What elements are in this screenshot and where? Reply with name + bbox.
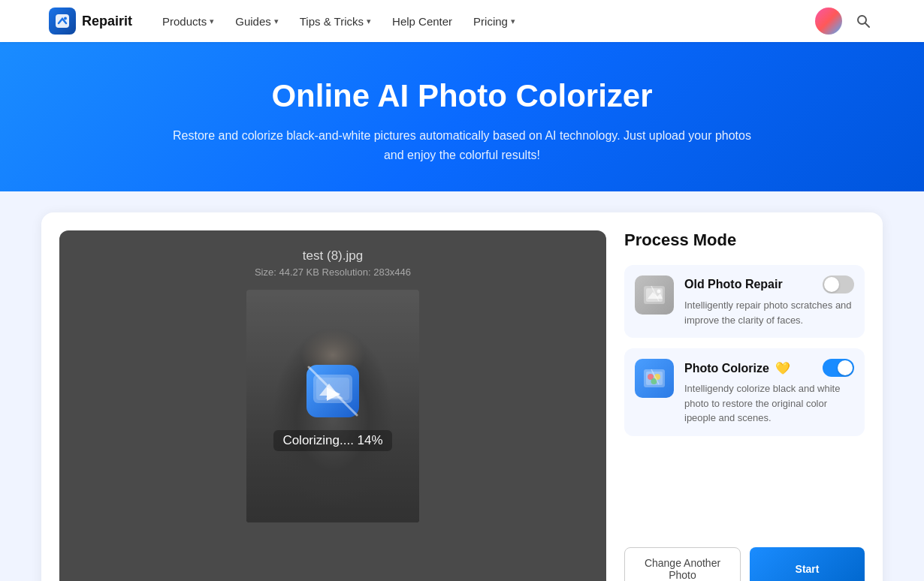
hero-title: Online AI Photo Colorizer [15, 78, 909, 114]
old-photo-repair-icon-box [635, 275, 674, 315]
processing-label: Colorizing.... 14% [273, 430, 391, 451]
avatar[interactable] [815, 8, 842, 35]
photo-colorize-badge: 💛 [775, 362, 790, 375]
button-row: Change Another Photo Start [624, 529, 865, 581]
svg-point-1 [64, 17, 67, 20]
search-icon[interactable] [851, 9, 875, 33]
mode-photo-colorize: Photo Colorize 💛 Intelligendy colorize b… [624, 348, 865, 436]
nav-guides[interactable]: Guides ▾ [226, 11, 288, 32]
photo-colorize-info: Photo Colorize 💛 Intelligendy colorize b… [684, 359, 854, 426]
chevron-down-icon: ▾ [210, 17, 214, 26]
mode-old-photo-repair: Old Photo Repair Intelligently repair ph… [624, 265, 865, 338]
tool-card: test (8).jpg Size: 44.27 KB Resolution: … [41, 212, 883, 581]
old-photo-repair-toggle[interactable] [823, 275, 854, 294]
toggle-knob [838, 360, 853, 375]
nav-pricing[interactable]: Pricing ▾ [464, 11, 524, 32]
old-photo-repair-header: Old Photo Repair [684, 275, 854, 294]
right-panel: Process Mode Old Photo Repair [624, 230, 865, 581]
file-title: test (8).jpg [303, 248, 363, 263]
chevron-down-icon: ▾ [367, 17, 371, 26]
svg-point-10 [657, 290, 661, 294]
photo-colorize-header: Photo Colorize 💛 [684, 359, 854, 377]
nav-products[interactable]: Products ▾ [153, 11, 223, 32]
nav-help-center[interactable]: Help Center [383, 11, 461, 32]
image-panel: test (8).jpg Size: 44.27 KB Resolution: … [59, 230, 606, 581]
nav-tips-tricks[interactable]: Tips & Tricks ▾ [291, 11, 380, 32]
photo-colorize-desc: Intelligendy colorize black and white ph… [684, 381, 854, 426]
main-content: test (8).jpg Size: 44.27 KB Resolution: … [26, 191, 898, 581]
logo-link[interactable]: Repairit [49, 8, 132, 35]
hero-description: Restore and colorize black-and-white pic… [169, 126, 755, 164]
change-another-photo-button[interactable]: Change Another Photo [624, 547, 741, 581]
photo-colorize-name: Photo Colorize [684, 362, 769, 375]
old-photo-repair-info: Old Photo Repair Intelligently repair ph… [684, 275, 854, 327]
photo-container: Colorizing.... 14% [246, 290, 419, 522]
photo-colorize-toggle[interactable] [823, 359, 854, 377]
nav-right [815, 8, 875, 35]
old-photo-repair-desc: Intelligently repair photo scratches and… [684, 298, 854, 327]
chevron-down-icon: ▾ [274, 17, 279, 26]
logo-icon [49, 8, 76, 35]
nav-items: Products ▾ Guides ▾ Tips & Tricks ▾ Help… [153, 11, 809, 32]
process-icon [303, 361, 363, 421]
chevron-down-icon: ▾ [511, 17, 515, 26]
hero-section: Online AI Photo Colorizer Restore and co… [0, 42, 924, 191]
svg-rect-0 [56, 14, 69, 28]
start-button[interactable]: Start [750, 547, 865, 581]
file-meta: Size: 44.27 KB Resolution: 283x446 [255, 266, 411, 278]
processing-overlay: Colorizing.... 14% [246, 290, 419, 522]
toggle-knob [824, 277, 839, 292]
process-mode-title: Process Mode [624, 230, 865, 250]
photo-colorize-icon-box [635, 359, 674, 398]
logo-text: Repairit [82, 14, 132, 29]
old-photo-repair-name: Old Photo Repair [684, 278, 783, 291]
navbar: Repairit Products ▾ Guides ▾ Tips & Tric… [0, 0, 924, 42]
